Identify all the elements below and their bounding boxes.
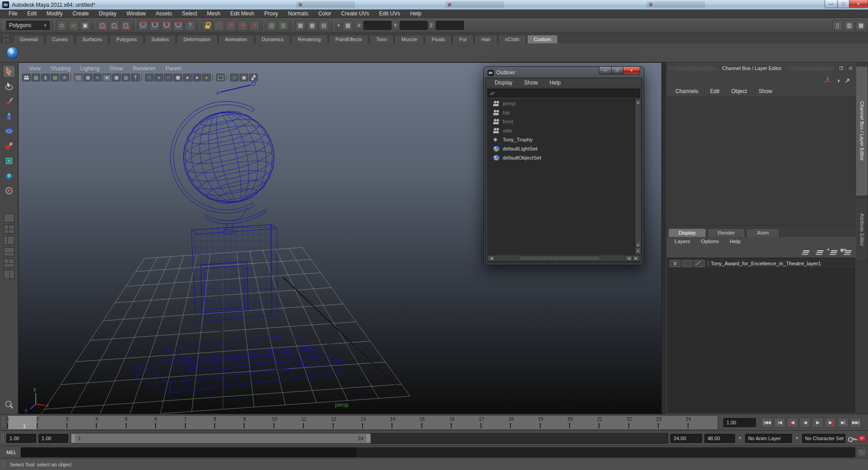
command-line-mode-label[interactable]: MEL	[0, 450, 21, 455]
camera-attributes-icon[interactable]	[32, 74, 40, 81]
menu-item[interactable]: Select	[177, 10, 202, 17]
select-tool[interactable]	[3, 65, 15, 78]
range-start-handle[interactable]	[71, 433, 76, 443]
use-all-lights-icon[interactable]	[183, 74, 192, 81]
move-layer-up-icon[interactable]: ↑	[799, 248, 809, 255]
frame-tick[interactable]: 24	[688, 416, 717, 429]
construction-history-icon[interactable]	[226, 20, 236, 31]
menu-item[interactable]: Display	[94, 10, 121, 17]
flat-light-icon[interactable]	[193, 74, 201, 81]
menu-item[interactable]: Edit UVs	[374, 10, 406, 17]
frame-tick[interactable]: 23	[658, 416, 688, 429]
grid-icon[interactable]	[84, 74, 92, 81]
outliner-maximize-button[interactable]: □	[611, 67, 623, 75]
select-region-icon[interactable]	[216, 74, 225, 81]
scroll-right-icon[interactable]: ▶	[632, 255, 640, 261]
viewport-menu-item[interactable]: View	[25, 66, 45, 72]
side-split-layout-button[interactable]	[4, 270, 14, 279]
tab-channel-box[interactable]: Channel Box / Layer Editor	[856, 66, 868, 196]
layer-playback-toggle[interactable]	[682, 260, 693, 267]
shaded-mode-icon[interactable]	[155, 74, 163, 81]
layer-editor-menu-item[interactable]: Help	[725, 239, 745, 244]
rotate-tool[interactable]	[3, 125, 15, 137]
snap-to-point-icon[interactable]	[161, 20, 172, 31]
viewport-menu-item[interactable]: Show	[105, 66, 127, 72]
resolution-gate-icon[interactable]	[164, 74, 173, 81]
character-set-dropdown[interactable]: No Character Set	[802, 434, 845, 443]
auto-keyframe-icon[interactable]	[848, 435, 856, 442]
frame-tick[interactable]: 17	[481, 416, 510, 429]
frame-tick[interactable]: 2	[37, 416, 66, 429]
os-titlebar[interactable]: m Autodesk Maya 2011 x64: untitled* — □ …	[0, 0, 868, 9]
pipeline-b-icon[interactable]	[278, 20, 288, 31]
outliner-item-top[interactable]: top	[488, 108, 634, 117]
channel-hyperbolic-arrow-icon[interactable]: ↗	[844, 77, 850, 84]
smooth-shade-icon[interactable]	[93, 74, 102, 81]
frame-tick[interactable]: 22	[629, 416, 658, 429]
soft-mod-tool[interactable]	[3, 169, 15, 182]
snap-to-curve-icon[interactable]	[150, 20, 160, 31]
move-tool[interactable]	[3, 110, 15, 122]
shelf-tab[interactable]: Animation	[218, 35, 254, 43]
menu-item[interactable]: Assets	[151, 10, 177, 17]
outliner-item-tony-trophy[interactable]: Tony_Trophy	[488, 135, 634, 144]
outliner-close-button[interactable]: ×	[623, 67, 640, 75]
timeslider-grip[interactable]	[1, 417, 5, 428]
channel-list-area[interactable]	[667, 97, 855, 226]
layer-editor-tab[interactable]: Anim	[746, 228, 779, 237]
frame-tick[interactable]: 6	[156, 416, 185, 429]
scrollbar-track[interactable]	[635, 105, 641, 241]
tab-attribute-editor[interactable]: Attribute Editor	[856, 198, 868, 261]
outliner-item-default-light-set[interactable]: defaultLightSet	[488, 144, 634, 153]
select-by-object-icon[interactable]	[109, 20, 119, 31]
last-tool[interactable]	[3, 184, 15, 197]
create-empty-layer-icon[interactable]: ✦	[827, 248, 837, 255]
menu-item[interactable]: Help	[405, 10, 426, 17]
channel-box-menu-item[interactable]: Edit	[706, 88, 724, 94]
scroll-left-icon[interactable]: ◀	[625, 255, 632, 261]
lasso-tool[interactable]	[3, 80, 15, 93]
z-coordinate-field[interactable]	[436, 21, 464, 30]
shelf-tab[interactable]: Surfaces	[75, 35, 108, 43]
snap-to-plane-icon[interactable]	[173, 20, 184, 31]
channel-speed-toggle-icon[interactable]: ◑	[836, 77, 840, 84]
output-table-icon[interactable]	[307, 20, 317, 31]
channel-box-menu-item[interactable]: Show	[754, 88, 777, 94]
menu-item[interactable]: Edit	[22, 10, 42, 17]
channel-box-menu-item[interactable]: Channels	[671, 88, 703, 94]
chevron-down-icon[interactable]: ▼	[737, 436, 743, 440]
show-split-pane-icon[interactable]	[844, 20, 854, 31]
outliner-item-side[interactable]: side	[488, 126, 634, 135]
time-slider[interactable]: 1 12345678910111213141516171819202122232…	[7, 415, 718, 430]
chevron-down-icon[interactable]: ▼	[336, 24, 341, 28]
scroll-up-icon[interactable]: ▲	[635, 99, 641, 105]
step-forward-key-button[interactable]: ▶	[825, 418, 836, 428]
current-time-field[interactable]: 1.00	[723, 418, 756, 427]
outliner-search-input[interactable]: ◢◤	[487, 89, 640, 98]
paint-select-tool[interactable]	[3, 95, 15, 108]
single-pane-layout-button[interactable]	[4, 213, 14, 222]
scroll-up-icon[interactable]: ▲	[635, 241, 641, 248]
four-pane-layout-button[interactable]	[4, 225, 14, 234]
animation-preferences-icon[interactable]	[858, 435, 866, 442]
shelf-menu-button[interactable]: ▼	[3, 38, 9, 42]
shelf-tab[interactable]: nCloth	[498, 35, 526, 43]
bottom-split-layout-button[interactable]	[4, 247, 14, 256]
shelf-tab[interactable]: Custom	[527, 35, 558, 43]
minimize-button[interactable]: —	[825, 0, 838, 8]
input-table-icon[interactable]	[295, 20, 306, 31]
channel-manipulator-axis-icon[interactable]	[824, 76, 832, 85]
outliner-minimize-button[interactable]: —	[599, 67, 612, 75]
close-panel-icon[interactable]: ×	[848, 66, 854, 71]
frame-tick[interactable]: 14	[392, 416, 421, 429]
chevron-down-icon[interactable]: ▼	[794, 436, 800, 440]
menu-item[interactable]: Edit Mesh	[225, 10, 259, 17]
universal-manipulator-tool[interactable]	[3, 155, 15, 167]
shelf-tab[interactable]: Polygons	[109, 35, 143, 43]
play-forwards-button[interactable]: ▶	[812, 418, 823, 428]
frame-tick[interactable]: 9	[244, 416, 274, 429]
shelf-tab[interactable]: Rendering	[291, 35, 328, 43]
outliner-menu-item[interactable]: Help	[544, 80, 566, 86]
toolbar-grip[interactable]	[2, 20, 5, 30]
frame-tick[interactable]: 13	[363, 416, 392, 429]
